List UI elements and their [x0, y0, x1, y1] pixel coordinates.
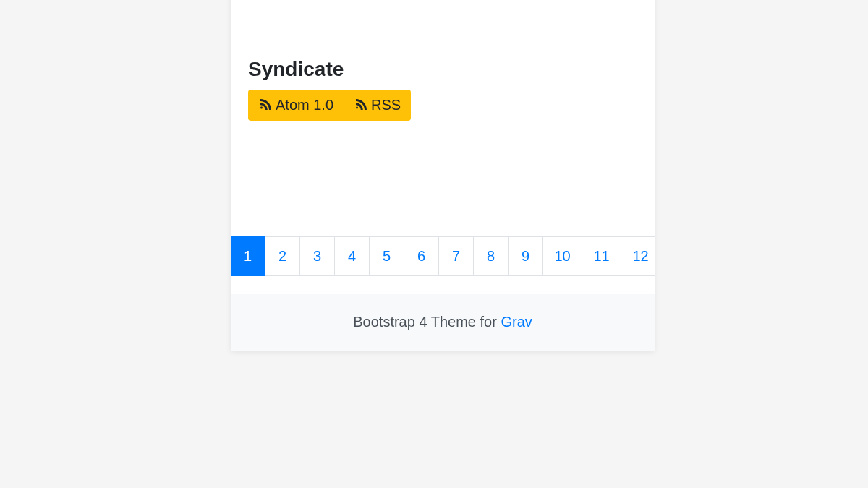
rss-feed-label: RSS — [371, 97, 401, 114]
footer-grav-link[interactable]: Grav — [501, 314, 532, 330]
atom-feed-label: Atom 1.0 — [276, 97, 333, 114]
page-3[interactable]: 3 — [299, 236, 335, 276]
page-6[interactable]: 6 — [404, 236, 439, 276]
page-9[interactable]: 9 — [508, 236, 543, 276]
page-5[interactable]: 5 — [369, 236, 404, 276]
page-1[interactable]: 1 — [231, 236, 265, 276]
footer-text: Bootstrap 4 Theme for — [353, 314, 501, 330]
card-body: Syndicate Atom 1.0 RSS 1 2 3 4 5 6 7 — [231, 0, 655, 294]
content-card: Syndicate Atom 1.0 RSS 1 2 3 4 5 6 7 — [231, 0, 655, 351]
atom-feed-link[interactable]: Atom 1.0 — [258, 97, 333, 114]
syndicate-heading: Syndicate — [248, 58, 637, 81]
page-10[interactable]: 10 — [542, 236, 582, 276]
page-12[interactable]: 12 — [621, 236, 655, 276]
page-8[interactable]: 8 — [473, 236, 509, 276]
rss-icon — [258, 97, 271, 114]
page-4[interactable]: 4 — [334, 236, 370, 276]
footer: Bootstrap 4 Theme for Grav — [231, 294, 655, 351]
pagination: 1 2 3 4 5 6 7 8 9 10 11 12 — [231, 236, 655, 276]
rss-feed-link[interactable]: RSS — [354, 97, 401, 114]
page-11[interactable]: 11 — [582, 236, 621, 276]
page-2[interactable]: 2 — [265, 236, 300, 276]
page-7[interactable]: 7 — [438, 236, 474, 276]
rss-icon — [354, 97, 367, 114]
spacer — [248, 121, 637, 236]
syndicate-badge: Atom 1.0 RSS — [248, 90, 411, 121]
